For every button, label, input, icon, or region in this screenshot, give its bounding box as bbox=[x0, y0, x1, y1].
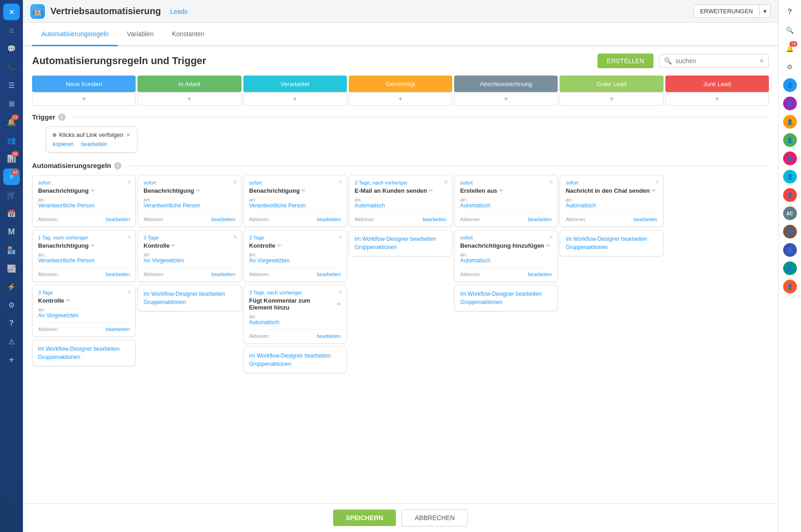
stage-abschlussrechnung[interactable]: Abschlussrechnung bbox=[454, 76, 558, 92]
avatar-deeporange[interactable]: 👤 bbox=[782, 278, 798, 295]
add-neue-btn[interactable]: + bbox=[32, 92, 136, 106]
edit-pencil-icon[interactable]: ✏ bbox=[429, 188, 433, 194]
close-icon[interactable]: ✕ bbox=[338, 234, 343, 240]
workflow-link[interactable]: Im Workflow-Designer bearbeiten bbox=[565, 236, 657, 242]
home-icon[interactable]: ⌂ bbox=[3, 22, 20, 38]
avatar-teal[interactable]: 👤 bbox=[782, 260, 798, 277]
search-clear-icon[interactable]: ✕ bbox=[759, 58, 764, 64]
help-icon[interactable]: ? bbox=[3, 315, 20, 331]
edit-pencil-icon[interactable]: ✏ bbox=[277, 243, 281, 249]
group-actions-link[interactable]: Gruppenaktionen bbox=[460, 299, 552, 305]
close-icon[interactable]: ✕ bbox=[127, 179, 132, 185]
aktionen-link[interactable]: Aktionen bbox=[38, 217, 58, 222]
bearbeiten-link[interactable]: bearbeiten bbox=[106, 271, 130, 277]
tasks-icon[interactable]: ☰ bbox=[3, 77, 20, 93]
group-actions-link[interactable]: Gruppenaktionen bbox=[38, 354, 130, 360]
aktionen-link[interactable]: Aktionen bbox=[38, 271, 58, 277]
stage-verarbeitet[interactable]: Verarbeitet bbox=[243, 76, 347, 92]
reports-icon[interactable]: 📊 26 bbox=[3, 150, 20, 167]
add-arbeit-btn[interactable]: + bbox=[137, 92, 241, 106]
group-actions-link[interactable]: Gruppenaktionen bbox=[565, 244, 657, 250]
avatar-purple[interactable]: 👤 bbox=[782, 95, 798, 112]
speichern-button[interactable]: SPEICHERN bbox=[333, 510, 396, 526]
aktionen-link[interactable]: Aktionen bbox=[249, 217, 269, 222]
edit-pencil-icon[interactable]: ✏ bbox=[66, 298, 70, 304]
aktionen-link[interactable]: Aktionen bbox=[143, 217, 163, 222]
bearbeiten-link[interactable]: bearbeiten bbox=[212, 271, 236, 277]
close-icon[interactable]: ✕ bbox=[233, 234, 237, 240]
stage-neue-kunden[interactable]: Neue Kunden bbox=[32, 76, 136, 92]
bearbeiten-link[interactable]: bearbeiten bbox=[317, 271, 341, 277]
edit-pencil-icon[interactable]: ✏ bbox=[652, 188, 656, 194]
avatar-indigo[interactable]: 👤 bbox=[782, 242, 798, 258]
add-verarbeitet-btn[interactable]: + bbox=[243, 92, 347, 106]
group-actions-link[interactable]: Gruppenaktionen bbox=[143, 299, 235, 305]
close-icon[interactable]: ✕ bbox=[338, 289, 343, 295]
avatar-red[interactable]: 👤 bbox=[782, 187, 798, 203]
help-right-icon[interactable]: ? bbox=[782, 4, 798, 20]
phone-icon[interactable]: 📞 bbox=[3, 59, 20, 75]
avatar-pink[interactable]: 👤 bbox=[782, 150, 798, 167]
edit-pencil-icon[interactable]: ✏ bbox=[91, 243, 95, 249]
alert-icon[interactable]: ⚠ bbox=[3, 333, 20, 350]
workflow-link[interactable]: Im Workflow-Designer bearbeiten bbox=[249, 353, 341, 359]
cart-icon[interactable]: 🛒 bbox=[3, 187, 20, 203]
edit-pencil-icon[interactable]: ✏ bbox=[337, 301, 341, 307]
marketing-icon[interactable]: M bbox=[3, 223, 20, 240]
aktionen-link[interactable]: Aktionen bbox=[249, 271, 269, 277]
bearbeiten-link[interactable]: bearbeiten bbox=[634, 217, 658, 222]
stage-genehmigt[interactable]: Genehmigt bbox=[349, 76, 452, 92]
breadcrumb[interactable]: Leads bbox=[170, 8, 187, 15]
close-icon[interactable]: ✕ bbox=[127, 234, 132, 240]
global-search-icon[interactable]: 🔍 bbox=[782, 22, 798, 38]
group-actions-link[interactable]: Gruppenaktionen bbox=[355, 244, 446, 250]
chat-icon[interactable]: 💬 bbox=[3, 40, 20, 57]
bearbeiten-link[interactable]: bearbeiten bbox=[317, 333, 341, 339]
automation-icon[interactable]: ⚡ bbox=[3, 278, 20, 295]
bell-icon[interactable]: 🔔 21 bbox=[3, 114, 20, 130]
stage-in-arbeit[interactable]: In Arbeit bbox=[137, 76, 241, 92]
tab-variablen[interactable]: Variablen bbox=[118, 23, 163, 46]
add-icon[interactable]: + bbox=[3, 352, 20, 368]
avatar-ac[interactable]: AC bbox=[782, 205, 798, 222]
add-junk-btn[interactable]: + bbox=[665, 92, 769, 106]
close-icon[interactable]: ✕ bbox=[549, 179, 554, 185]
aktionen-link[interactable]: Aktionen bbox=[355, 217, 374, 222]
kanban-icon[interactable]: ⊞ bbox=[3, 95, 20, 112]
edit-pencil-icon[interactable]: ✏ bbox=[546, 243, 550, 249]
close-icon[interactable]: ✕ bbox=[338, 179, 343, 185]
close-icon[interactable]: ✕ bbox=[3, 4, 20, 20]
avatar-orange[interactable]: 👤 bbox=[782, 114, 798, 130]
add-genehmigt-btn[interactable]: + bbox=[349, 92, 452, 106]
close-icon[interactable]: ✕ bbox=[233, 179, 237, 185]
tab-konstanten[interactable]: Konstanten bbox=[163, 23, 214, 46]
calendar-icon[interactable]: 📅 bbox=[3, 205, 20, 222]
edit-pencil-icon[interactable]: ✏ bbox=[499, 188, 503, 194]
workflow-link[interactable]: Im Workflow-Designer bearbeiten bbox=[143, 291, 235, 297]
aktionen-link[interactable]: Aktionen bbox=[460, 217, 480, 222]
edit-pencil-icon[interactable]: ✏ bbox=[302, 188, 306, 194]
avatar-brown[interactable]: 👤 bbox=[782, 223, 798, 240]
store-icon[interactable]: 🏪 bbox=[3, 242, 20, 258]
avatar-blue[interactable]: 👤 bbox=[782, 77, 798, 93]
close-icon[interactable]: ✕ bbox=[549, 234, 554, 240]
bearbeiten-link[interactable]: bearbeiten bbox=[212, 217, 236, 222]
aktionen-link[interactable]: Aktionen bbox=[565, 217, 585, 222]
analytics-icon[interactable]: 📈 bbox=[3, 260, 20, 277]
close-icon[interactable]: ✕ bbox=[127, 289, 132, 295]
stage-junk-lead[interactable]: Junk Lead bbox=[665, 76, 769, 92]
contacts-icon[interactable]: 👥 bbox=[3, 132, 20, 148]
add-guter-btn[interactable]: + bbox=[560, 92, 663, 106]
stage-guter-lead[interactable]: Guter Lead bbox=[560, 76, 663, 92]
erweiterungen-button[interactable]: ERWEITERUNGEN bbox=[693, 5, 760, 18]
filter-icon[interactable]: ≡ 44 bbox=[3, 168, 20, 185]
trigger-copy-link[interactable]: kopieren bbox=[53, 141, 74, 147]
avatar-green[interactable]: 👤 bbox=[782, 132, 798, 148]
workflow-link[interactable]: Im Workflow-Designer bearbeiten bbox=[460, 291, 552, 297]
add-abschluss-btn[interactable]: + bbox=[454, 92, 558, 106]
bearbeiten-link[interactable]: bearbeiten bbox=[317, 217, 341, 222]
edit-pencil-icon[interactable]: ✏ bbox=[171, 243, 176, 249]
bearbeiten-link[interactable]: bearbeiten bbox=[422, 217, 446, 222]
group-actions-link[interactable]: Gruppenaktionen bbox=[249, 361, 341, 367]
workflow-link[interactable]: Im Workflow-Designer bearbeiten bbox=[38, 346, 130, 352]
